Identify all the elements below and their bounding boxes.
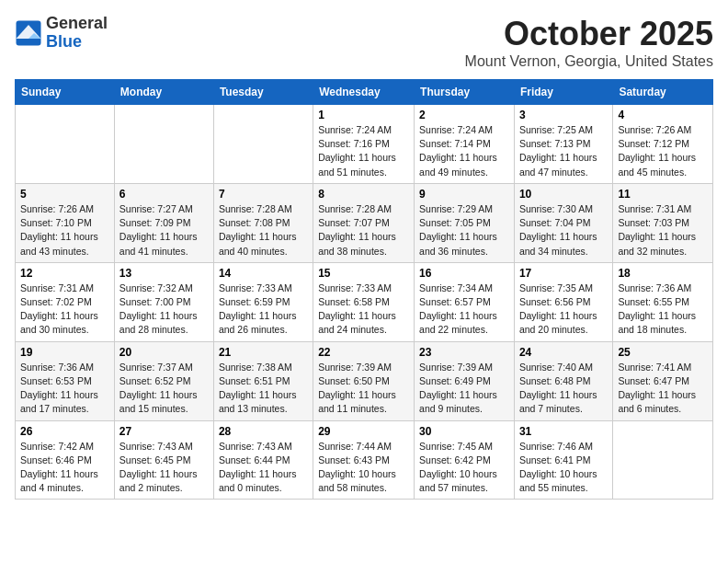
logo-general-text: General	[46, 15, 108, 33]
day-number: 24	[519, 346, 608, 359]
day-info: Sunrise: 7:33 AM Sunset: 6:59 PM Dayligh…	[219, 282, 308, 338]
day-info: Sunrise: 7:37 AM Sunset: 6:52 PM Dayligh…	[119, 361, 209, 417]
day-cell: 26Sunrise: 7:42 AM Sunset: 6:46 PM Dayli…	[16, 420, 115, 500]
day-cell: 24Sunrise: 7:40 AM Sunset: 6:48 PM Dayli…	[514, 341, 612, 420]
week-row-3: 12Sunrise: 7:31 AM Sunset: 7:02 PM Dayli…	[16, 262, 713, 341]
day-info: Sunrise: 7:30 AM Sunset: 7:04 PM Dayligh…	[519, 202, 608, 259]
location-text: Mount Vernon, Georgia, United States	[465, 53, 713, 70]
day-cell	[213, 105, 313, 184]
day-cell: 20Sunrise: 7:37 AM Sunset: 6:52 PM Dayli…	[114, 341, 213, 420]
calendar-table: SundayMondayTuesdayWednesdayThursdayFrid…	[15, 79, 713, 500]
day-cell: 12Sunrise: 7:31 AM Sunset: 7:02 PM Dayli…	[16, 262, 115, 341]
header-cell-wednesday: Wednesday	[313, 80, 415, 105]
logo-text: General Blue	[46, 15, 108, 52]
day-info: Sunrise: 7:38 AM Sunset: 6:51 PM Dayligh…	[219, 361, 308, 417]
logo: General Blue	[15, 15, 108, 52]
day-cell: 9Sunrise: 7:29 AM Sunset: 7:05 PM Daylig…	[415, 183, 515, 262]
header-cell-tuesday: Tuesday	[213, 80, 313, 105]
day-info: Sunrise: 7:33 AM Sunset: 6:58 PM Dayligh…	[318, 282, 409, 338]
day-number: 16	[419, 267, 509, 280]
day-info: Sunrise: 7:44 AM Sunset: 6:43 PM Dayligh…	[318, 440, 409, 496]
day-cell: 30Sunrise: 7:45 AM Sunset: 6:42 PM Dayli…	[415, 420, 515, 500]
day-number: 30	[419, 425, 509, 438]
day-number: 25	[618, 346, 708, 359]
day-info: Sunrise: 7:28 AM Sunset: 7:08 PM Dayligh…	[219, 202, 308, 259]
day-cell: 29Sunrise: 7:44 AM Sunset: 6:43 PM Dayli…	[313, 420, 415, 500]
header-cell-thursday: Thursday	[415, 80, 515, 105]
header-cell-saturday: Saturday	[613, 80, 713, 105]
title-block: October 2025 Mount Vernon, Georgia, Unit…	[465, 15, 713, 70]
page-header: General Blue October 2025 Mount Vernon, …	[15, 15, 713, 70]
day-number: 8	[318, 188, 409, 201]
logo-icon	[15, 19, 42, 47]
day-cell: 8Sunrise: 7:28 AM Sunset: 7:07 PM Daylig…	[313, 183, 415, 262]
day-number: 18	[618, 267, 708, 280]
day-cell: 13Sunrise: 7:32 AM Sunset: 7:00 PM Dayli…	[114, 262, 213, 341]
week-row-2: 5Sunrise: 7:26 AM Sunset: 7:10 PM Daylig…	[16, 183, 713, 262]
day-cell: 19Sunrise: 7:36 AM Sunset: 6:53 PM Dayli…	[16, 341, 115, 420]
day-number: 7	[219, 188, 308, 201]
day-info: Sunrise: 7:45 AM Sunset: 6:42 PM Dayligh…	[419, 440, 509, 496]
day-info: Sunrise: 7:39 AM Sunset: 6:49 PM Dayligh…	[419, 361, 509, 417]
day-cell: 1Sunrise: 7:24 AM Sunset: 7:16 PM Daylig…	[313, 105, 415, 184]
day-number: 4	[618, 109, 708, 121]
day-number: 10	[519, 188, 608, 201]
day-cell: 11Sunrise: 7:31 AM Sunset: 7:03 PM Dayli…	[613, 183, 713, 262]
day-cell: 4Sunrise: 7:26 AM Sunset: 7:12 PM Daylig…	[613, 105, 713, 184]
day-number: 20	[119, 346, 209, 359]
day-cell: 18Sunrise: 7:36 AM Sunset: 6:55 PM Dayli…	[613, 262, 713, 341]
day-number: 12	[20, 267, 109, 280]
day-info: Sunrise: 7:40 AM Sunset: 6:48 PM Dayligh…	[519, 361, 608, 417]
month-title: October 2025	[465, 15, 713, 53]
day-number: 2	[419, 109, 509, 121]
day-info: Sunrise: 7:35 AM Sunset: 6:56 PM Dayligh…	[519, 282, 608, 338]
day-cell: 16Sunrise: 7:34 AM Sunset: 6:57 PM Dayli…	[415, 262, 515, 341]
day-cell	[16, 105, 115, 184]
calendar-header: SundayMondayTuesdayWednesdayThursdayFrid…	[16, 80, 713, 105]
day-cell: 6Sunrise: 7:27 AM Sunset: 7:09 PM Daylig…	[114, 183, 213, 262]
day-info: Sunrise: 7:26 AM Sunset: 7:10 PM Dayligh…	[20, 202, 109, 259]
header-cell-monday: Monday	[114, 80, 213, 105]
day-cell: 14Sunrise: 7:33 AM Sunset: 6:59 PM Dayli…	[213, 262, 313, 341]
day-number: 9	[419, 188, 509, 201]
day-number: 17	[519, 267, 608, 280]
day-number: 11	[618, 188, 708, 201]
day-info: Sunrise: 7:25 AM Sunset: 7:13 PM Dayligh…	[519, 123, 608, 179]
day-cell: 15Sunrise: 7:33 AM Sunset: 6:58 PM Dayli…	[313, 262, 415, 341]
day-number: 21	[219, 346, 308, 359]
day-number: 22	[318, 346, 409, 359]
day-cell: 22Sunrise: 7:39 AM Sunset: 6:50 PM Dayli…	[313, 341, 415, 420]
day-info: Sunrise: 7:24 AM Sunset: 7:16 PM Dayligh…	[318, 123, 409, 179]
day-number: 28	[219, 425, 308, 438]
header-row: SundayMondayTuesdayWednesdayThursdayFrid…	[16, 80, 713, 105]
header-cell-friday: Friday	[514, 80, 612, 105]
day-cell: 3Sunrise: 7:25 AM Sunset: 7:13 PM Daylig…	[514, 105, 612, 184]
day-info: Sunrise: 7:43 AM Sunset: 6:44 PM Dayligh…	[219, 440, 308, 496]
day-cell	[114, 105, 213, 184]
day-info: Sunrise: 7:31 AM Sunset: 7:02 PM Dayligh…	[20, 282, 109, 338]
day-info: Sunrise: 7:36 AM Sunset: 6:53 PM Dayligh…	[20, 361, 109, 417]
day-cell: 7Sunrise: 7:28 AM Sunset: 7:08 PM Daylig…	[213, 183, 313, 262]
day-info: Sunrise: 7:28 AM Sunset: 7:07 PM Dayligh…	[318, 202, 409, 259]
day-number: 1	[318, 109, 409, 121]
day-cell: 2Sunrise: 7:24 AM Sunset: 7:14 PM Daylig…	[415, 105, 515, 184]
day-number: 6	[119, 188, 209, 201]
day-cell: 21Sunrise: 7:38 AM Sunset: 6:51 PM Dayli…	[213, 341, 313, 420]
week-row-1: 1Sunrise: 7:24 AM Sunset: 7:16 PM Daylig…	[16, 105, 713, 184]
day-info: Sunrise: 7:31 AM Sunset: 7:03 PM Dayligh…	[618, 202, 708, 259]
day-number: 26	[20, 425, 109, 438]
calendar-body: 1Sunrise: 7:24 AM Sunset: 7:16 PM Daylig…	[16, 105, 713, 500]
day-number: 31	[519, 425, 608, 438]
day-number: 13	[119, 267, 209, 280]
day-cell: 10Sunrise: 7:30 AM Sunset: 7:04 PM Dayli…	[514, 183, 612, 262]
day-cell: 5Sunrise: 7:26 AM Sunset: 7:10 PM Daylig…	[16, 183, 115, 262]
day-cell: 27Sunrise: 7:43 AM Sunset: 6:45 PM Dayli…	[114, 420, 213, 500]
day-number: 27	[119, 425, 209, 438]
header-cell-sunday: Sunday	[16, 80, 115, 105]
logo-blue-text: Blue	[46, 33, 108, 52]
day-info: Sunrise: 7:39 AM Sunset: 6:50 PM Dayligh…	[318, 361, 409, 417]
day-info: Sunrise: 7:24 AM Sunset: 7:14 PM Dayligh…	[419, 123, 509, 179]
day-number: 3	[519, 109, 608, 121]
day-cell: 28Sunrise: 7:43 AM Sunset: 6:44 PM Dayli…	[213, 420, 313, 500]
day-cell: 25Sunrise: 7:41 AM Sunset: 6:47 PM Dayli…	[613, 341, 713, 420]
